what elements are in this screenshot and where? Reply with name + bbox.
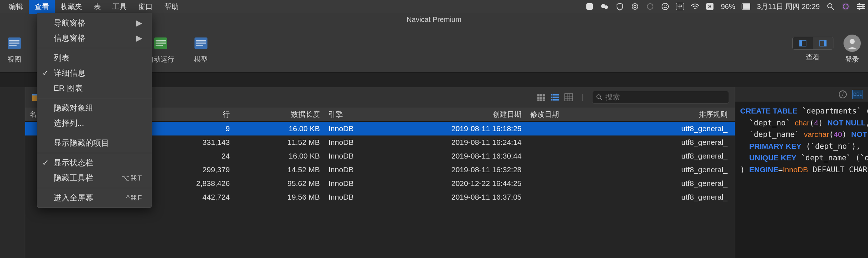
svg-rect-45	[196, 40, 206, 41]
wechat-icon[interactable]	[600, 2, 609, 11]
th-modified[interactable]: 修改日期	[526, 110, 637, 119]
dropdown-item[interactable]: 进入全屏幕^⌘F	[37, 190, 152, 205]
toolbar-view-button[interactable]: 视图	[6, 35, 23, 64]
input-method-icon[interactable]: 中	[676, 3, 684, 10]
toolbar-label: 视图	[8, 55, 21, 64]
svg-point-2	[604, 5, 608, 9]
menu-item-3[interactable]: 表	[88, 0, 107, 14]
table-cell: 2019-08-11 16:24:14	[414, 138, 526, 147]
table-cell: 2019-08-11 16:30:44	[414, 152, 526, 160]
svg-rect-76	[565, 94, 573, 101]
table-cell: InnoDB	[324, 193, 414, 201]
table-cell: 11.52 MB	[234, 138, 324, 147]
view-mode-right[interactable]	[813, 37, 833, 49]
table-cell: 2020-12-22 16:44:25	[414, 179, 526, 188]
svg-rect-75	[553, 99, 559, 101]
search-box[interactable]	[592, 91, 729, 104]
dropdown-item[interactable]: ✓显示状态栏	[37, 155, 152, 170]
toolbar-model-button[interactable]: 模型	[192, 35, 210, 64]
svg-rect-63	[543, 94, 545, 96]
datetime-text: 3月11日 周四 20:29	[757, 2, 820, 12]
menubar-left: 编辑查看收藏夹表工具窗口帮助	[3, 0, 184, 14]
dropdown-item[interactable]: 隐藏工具栏⌥⌘T	[37, 170, 152, 186]
svg-rect-64	[537, 97, 540, 99]
shield-icon[interactable]	[616, 2, 624, 11]
svg-point-14	[828, 4, 832, 8]
wifi-icon[interactable]	[690, 2, 699, 11]
sync-icon[interactable]	[646, 2, 654, 11]
menu-item-0[interactable]: 编辑	[3, 0, 29, 14]
dropdown-item[interactable]: ✓详细信息	[37, 66, 152, 81]
table-cell: 95.62 MB	[234, 179, 324, 188]
table-cell: utf8_general_	[637, 193, 735, 201]
circle-icon[interactable]	[631, 2, 639, 11]
battery-percent: 96%	[721, 3, 735, 11]
menu-item-5[interactable]: 窗口	[133, 0, 158, 14]
svg-rect-73	[553, 97, 559, 98]
th-engine[interactable]: 引擎	[324, 110, 414, 119]
svg-rect-62	[540, 94, 542, 96]
svg-rect-69	[543, 99, 545, 101]
svg-rect-61	[537, 94, 540, 96]
menu-item-2[interactable]: 收藏夹	[55, 0, 88, 14]
th-created[interactable]: 创建日期	[414, 110, 526, 119]
view-menu-dropdown: 导航窗格▶信息窗格▶列表✓详细信息ER 图表隐藏对象组选择列...显示隐藏的项目…	[37, 13, 152, 208]
svg-rect-43	[156, 45, 163, 46]
dropdown-item[interactable]: ER 图表	[37, 81, 152, 96]
svg-rect-47	[196, 45, 203, 46]
table-cell: InnoDB	[324, 124, 414, 133]
control-center-icon[interactable]	[856, 2, 865, 11]
menu-item-6[interactable]: 帮助	[158, 0, 184, 14]
table-cell: 2019-08-11 16:32:28	[414, 165, 526, 174]
spotlight-icon[interactable]	[826, 2, 835, 11]
svg-point-6	[662, 3, 668, 10]
table-cell: InnoDB	[324, 179, 414, 188]
svg-rect-51	[824, 40, 826, 46]
autorun-icon	[152, 35, 169, 52]
ddl-code: CREATE TABLE `departments` ( `dept_no` c…	[735, 102, 868, 179]
ddl-tab[interactable]: DDL	[852, 90, 863, 99]
dropdown-item[interactable]: 选择列...	[37, 116, 152, 131]
view-mode-left[interactable]	[793, 37, 813, 49]
grid-view-icon[interactable]	[537, 93, 546, 101]
menu-item-4[interactable]: 工具	[107, 0, 133, 14]
svg-rect-25	[9, 40, 19, 41]
svg-text:S: S	[708, 4, 712, 9]
smile-icon[interactable]	[661, 2, 670, 11]
info-icon[interactable]: i	[838, 90, 847, 99]
svg-line-82	[600, 98, 602, 100]
table-cell: utf8_general_	[637, 165, 735, 174]
svg-point-7	[664, 5, 665, 6]
system-menubar: 编辑查看收藏夹表工具窗口帮助 中 S 96% 3月11日 周四 20:29	[0, 0, 868, 13]
detail-view-icon[interactable]	[564, 93, 573, 101]
user-avatar[interactable]	[844, 35, 861, 52]
svg-rect-0	[586, 3, 593, 10]
list-view-icon[interactable]	[551, 93, 559, 101]
dropdown-item[interactable]: 导航窗格▶	[37, 15, 152, 31]
search-input[interactable]	[605, 93, 725, 101]
dropdown-item[interactable]: 信息窗格▶	[37, 31, 152, 46]
login-label: 登录	[845, 55, 859, 64]
dropdown-item[interactable]: 显示隐藏的项目	[37, 135, 152, 151]
siri-icon[interactable]	[841, 2, 850, 11]
svg-point-19	[858, 3, 860, 5]
dropdown-item[interactable]: 列表	[37, 50, 152, 66]
table-cell: 16.00 KB	[234, 124, 324, 133]
svg-point-81	[597, 95, 600, 98]
model-icon	[192, 35, 210, 52]
svg-rect-65	[540, 97, 542, 99]
svg-rect-66	[543, 97, 545, 99]
app-icon-s[interactable]: S	[706, 2, 714, 11]
table-cell: utf8_general_	[637, 124, 735, 133]
dropdown-item[interactable]: 隐藏对象组	[37, 101, 152, 116]
svg-rect-42	[156, 43, 166, 44]
menubar-status-area: 中 S 96% 3月11日 周四 20:29	[585, 2, 865, 12]
view-mode-segmented[interactable]	[792, 37, 833, 50]
svg-rect-70	[551, 94, 552, 95]
th-collation[interactable]: 排序规则	[637, 110, 735, 119]
app-icon-1[interactable]	[585, 2, 594, 11]
menu-item-1[interactable]: 查看	[29, 0, 55, 14]
table-cell: utf8_general_	[637, 179, 735, 188]
svg-rect-72	[551, 97, 552, 98]
th-length[interactable]: 数据长度	[234, 110, 324, 119]
